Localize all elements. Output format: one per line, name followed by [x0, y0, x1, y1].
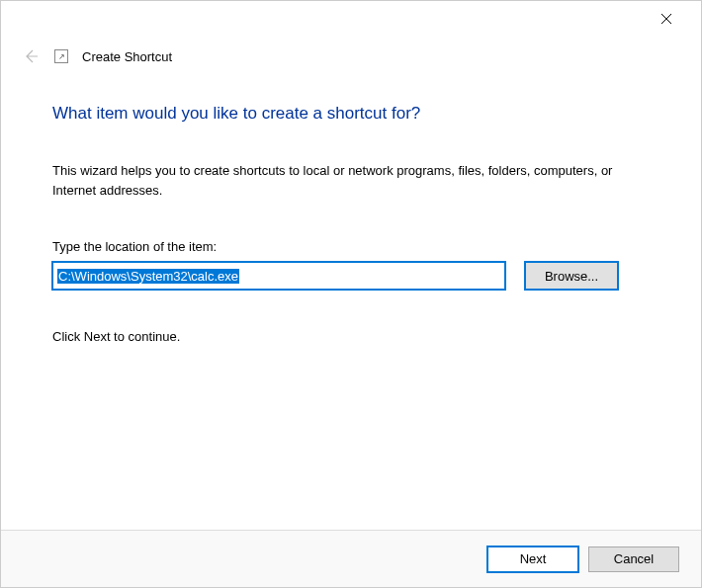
- location-label: Type the location of the item:: [52, 239, 650, 254]
- cancel-button[interactable]: Cancel: [588, 546, 679, 572]
- wizard-footer: Next Cancel: [1, 530, 701, 587]
- page-heading: What item would you like to create a sho…: [52, 104, 650, 124]
- wizard-description: This wizard helps you to create shortcut…: [52, 161, 650, 200]
- next-button[interactable]: Next: [487, 546, 578, 572]
- window-title: Create Shortcut: [82, 49, 172, 64]
- location-input-row: C:\Windows\System32\calc.exe Browse...: [52, 262, 650, 290]
- location-input[interactable]: C:\Windows\System32\calc.exe: [52, 262, 505, 290]
- back-button[interactable]: [21, 46, 41, 66]
- shortcut-icon: ↗: [54, 49, 68, 63]
- back-arrow-icon: [23, 48, 39, 64]
- continue-instruction: Click Next to continue.: [52, 329, 650, 344]
- wizard-content: What item would you like to create a sho…: [1, 66, 701, 344]
- close-icon: [661, 14, 671, 24]
- wizard-header: ↗ Create Shortcut: [1, 37, 701, 66]
- close-button[interactable]: [644, 4, 689, 34]
- titlebar: [1, 1, 701, 37]
- location-input-value: C:\Windows\System32\calc.exe: [57, 269, 239, 284]
- browse-button[interactable]: Browse...: [525, 262, 618, 290]
